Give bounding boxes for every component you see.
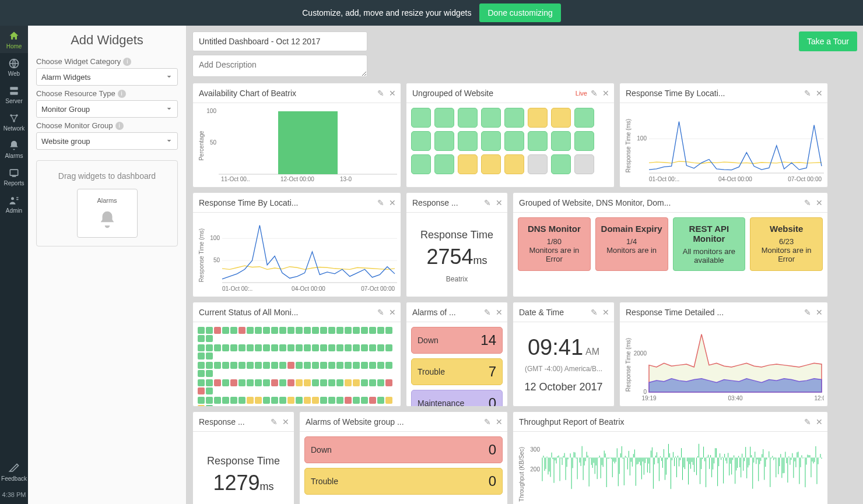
- status-cell[interactable]: [214, 362, 221, 369]
- close-icon[interactable]: ✕: [816, 198, 823, 207]
- nav-alarms[interactable]: Alarms: [0, 135, 28, 163]
- status-cell[interactable]: [198, 387, 205, 394]
- status-cell[interactable]: [353, 397, 360, 404]
- widget-current-status[interactable]: Current Status of All Moni... ✎✕: [192, 302, 401, 407]
- take-a-tour-button[interactable]: Take a Tour: [799, 31, 857, 51]
- status-cell[interactable]: [312, 344, 319, 351]
- status-cell[interactable]: [198, 353, 205, 360]
- status-cell[interactable]: [336, 344, 343, 351]
- widget-alarms-summary[interactable]: Alarms of ... ✎✕ Down14Trouble7Maintenan…: [406, 302, 508, 407]
- status-cell[interactable]: [198, 335, 205, 342]
- status-pill[interactable]: [411, 131, 431, 151]
- edit-icon[interactable]: ✎: [377, 89, 384, 98]
- status-cell[interactable]: [230, 379, 237, 386]
- status-cell[interactable]: [222, 379, 229, 386]
- status-cell[interactable]: [198, 379, 205, 386]
- status-pill[interactable]: [411, 108, 431, 128]
- close-icon[interactable]: ✕: [389, 89, 396, 98]
- status-cell[interactable]: [263, 379, 270, 386]
- status-cell[interactable]: [271, 344, 278, 351]
- close-icon[interactable]: ✕: [282, 417, 289, 427]
- status-cell[interactable]: [296, 379, 303, 386]
- close-icon[interactable]: ✕: [602, 308, 609, 317]
- alarm-row[interactable]: Trouble0: [304, 468, 503, 495]
- status-cell[interactable]: [296, 327, 303, 334]
- status-cell[interactable]: [206, 353, 213, 360]
- status-cell[interactable]: [263, 327, 270, 334]
- status-cell[interactable]: [361, 327, 368, 334]
- status-cell[interactable]: [198, 370, 205, 377]
- status-cell[interactable]: [279, 344, 286, 351]
- edit-icon[interactable]: ✎: [484, 198, 491, 207]
- status-cell[interactable]: [320, 362, 327, 369]
- close-icon[interactable]: ✕: [496, 198, 503, 207]
- status-cell[interactable]: [304, 362, 311, 369]
- status-cell[interactable]: [255, 397, 262, 404]
- status-pill[interactable]: [528, 108, 548, 128]
- status-cell[interactable]: [328, 362, 335, 369]
- close-icon[interactable]: ✕: [816, 89, 823, 98]
- group-card[interactable]: REST API MonitorAll monitors are availab…: [673, 217, 746, 271]
- status-cell[interactable]: [353, 344, 360, 351]
- status-cell[interactable]: [304, 379, 311, 386]
- status-cell[interactable]: [198, 405, 205, 406]
- nav-admin[interactable]: Admin: [0, 190, 28, 217]
- status-cell[interactable]: [206, 370, 213, 377]
- status-cell[interactable]: [361, 344, 368, 351]
- status-cell[interactable]: [198, 397, 205, 404]
- status-cell[interactable]: [377, 379, 384, 386]
- status-cell[interactable]: [247, 397, 254, 404]
- nav-reports[interactable]: Reports: [0, 163, 28, 190]
- edit-icon[interactable]: ✎: [591, 308, 598, 317]
- status-cell[interactable]: [263, 397, 270, 404]
- edit-icon[interactable]: ✎: [484, 308, 491, 317]
- status-cell[interactable]: [238, 397, 245, 404]
- status-cell[interactable]: [377, 362, 384, 369]
- status-cell[interactable]: [287, 327, 294, 334]
- status-cell[interactable]: [222, 327, 229, 334]
- status-cell[interactable]: [353, 327, 360, 334]
- nav-web[interactable]: Web: [0, 53, 28, 80]
- status-cell[interactable]: [279, 327, 286, 334]
- status-pill[interactable]: [504, 108, 524, 128]
- widget-availability-chart[interactable]: Availability Chart of Beatrix ✎✕ Percent…: [192, 83, 401, 188]
- status-cell[interactable]: [206, 327, 213, 334]
- nav-network[interactable]: Network: [0, 108, 28, 135]
- status-pill[interactable]: [528, 131, 548, 151]
- status-pill[interactable]: [551, 154, 571, 174]
- status-cell[interactable]: [296, 397, 303, 404]
- group-card[interactable]: DNS Monitor1/80Monitors are in Error: [518, 217, 591, 271]
- widget-alarms-website-group[interactable]: Alarms of Website group ... ✎✕ Down0Trou…: [299, 411, 508, 504]
- status-cell[interactable]: [206, 379, 213, 386]
- status-cell[interactable]: [296, 344, 303, 351]
- group-card[interactable]: Domain Expiry1/4Monitors are in: [595, 217, 668, 271]
- status-cell[interactable]: [328, 379, 335, 386]
- status-cell[interactable]: [287, 379, 294, 386]
- status-pill[interactable]: [528, 154, 548, 174]
- status-cell[interactable]: [214, 397, 221, 404]
- status-pill[interactable]: [574, 108, 594, 128]
- status-cell[interactable]: [377, 327, 384, 334]
- alarm-row[interactable]: Down14: [411, 327, 503, 354]
- widget-grouped-monitors[interactable]: Grouped of Website, DNS Monitor, Dom... …: [513, 192, 828, 297]
- status-cell[interactable]: [353, 379, 360, 386]
- status-cell[interactable]: [345, 327, 352, 334]
- widget-response-time-location-1[interactable]: Response Time By Locati... ✎✕ Response T…: [619, 83, 828, 188]
- status-cell[interactable]: [328, 327, 335, 334]
- status-cell[interactable]: [312, 397, 319, 404]
- status-cell[interactable]: [279, 397, 286, 404]
- done-customizing-button[interactable]: Done customizing: [479, 3, 560, 22]
- status-cell[interactable]: [312, 379, 319, 386]
- edit-icon[interactable]: ✎: [271, 417, 278, 427]
- status-cell[interactable]: [255, 362, 262, 369]
- status-cell[interactable]: [279, 379, 286, 386]
- status-cell[interactable]: [336, 327, 343, 334]
- status-cell[interactable]: [247, 379, 254, 386]
- edit-icon[interactable]: ✎: [804, 198, 811, 207]
- monitor-group-select[interactable]: Website group: [36, 132, 178, 150]
- status-cell[interactable]: [271, 362, 278, 369]
- status-cell[interactable]: [328, 397, 335, 404]
- close-icon[interactable]: ✕: [496, 417, 503, 427]
- widget-response-time-detailed[interactable]: Response Time Detailed ... ✎✕ Response T…: [619, 302, 828, 407]
- status-cell[interactable]: [230, 362, 237, 369]
